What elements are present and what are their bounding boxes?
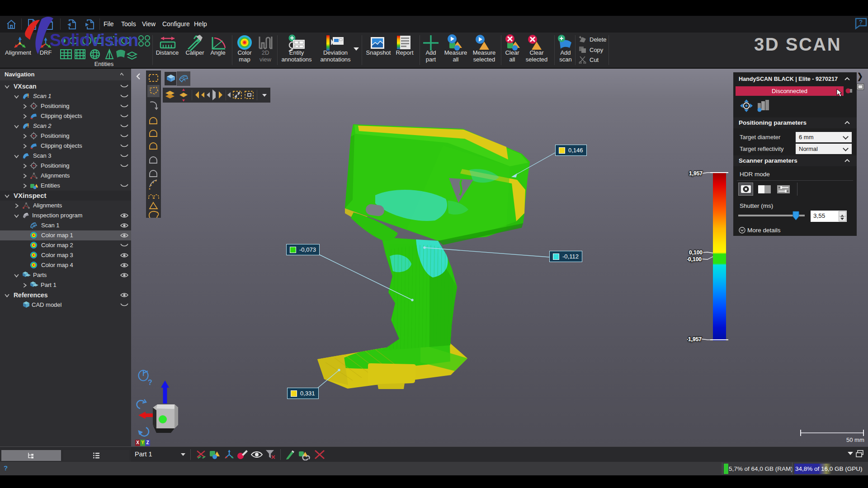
svg-text:0,100: 0,100	[689, 249, 703, 256]
svg-text:-0,100: -0,100	[687, 256, 702, 263]
svg-text:1,957: 1,957	[689, 170, 703, 177]
svg-text:SolidVision: SolidVision	[50, 31, 138, 50]
svg-text:?: ?	[859, 19, 863, 26]
svg-text:-1,957: -1,957	[687, 336, 702, 343]
